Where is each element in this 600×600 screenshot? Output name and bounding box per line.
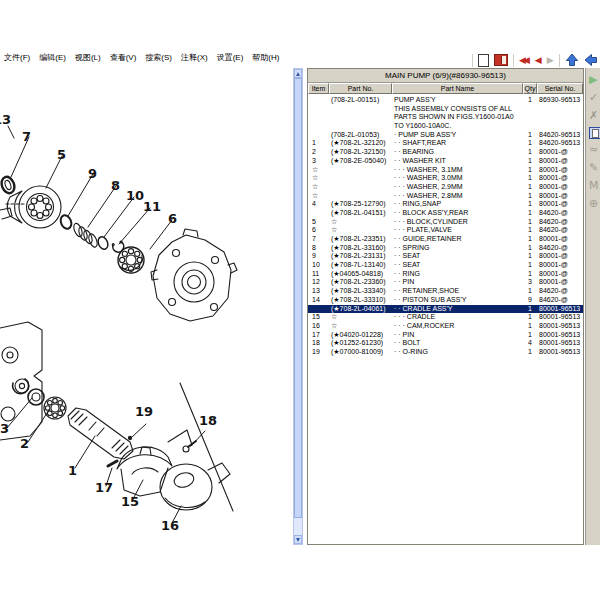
table-row[interactable]: (★708-2L-04151)· · BLOCK ASS'Y,REAR18462… [308,209,583,218]
cell-item [308,122,329,131]
part-callout-10[interactable]: 10 [126,188,144,203]
table-row[interactable]: 8(★708-2L-33160)· · SPRING184620-@ [308,244,583,253]
book-icon[interactable] [494,54,508,66]
table-row[interactable]: 16☆· · · CAM,ROCKER180001-96513 [308,322,583,331]
part-callout-17[interactable]: 17 [95,480,113,495]
col-header-item: Item [308,83,329,94]
part-callout-7[interactable]: 7 [22,129,31,144]
scrollbar-track[interactable] [294,78,302,535]
table-row[interactable]: 3(★708-2E-05040)· · WASHER KIT180001-@ [308,157,583,166]
table-row[interactable]: (708-2L-01053)· PUMP SUB ASS'Y184620-965… [308,131,583,140]
table-row[interactable]: 2(★708-2L-32150)· · BEARING180001-@ [308,148,583,157]
nav-forward-icon[interactable]: ▶ [547,55,554,65]
part-callout-11[interactable]: 11 [143,199,161,214]
cell-item: 19 [308,348,329,357]
table-row[interactable]: ☆· · · WASHER, 3.0MM180001-@ [308,174,583,183]
scrollbar-thumb[interactable] [294,78,302,518]
part-callout-19[interactable]: 19 [135,404,153,419]
part-callout-16[interactable]: 16 [161,518,179,533]
nav-first-icon[interactable]: ◀◀ [519,55,527,65]
part-callout-1[interactable]: 1 [68,463,77,478]
check-icon[interactable]: ✓ [589,91,600,105]
wave-icon[interactable]: ≈ [589,143,600,157]
cell-qty: 1 [523,252,537,261]
part-callout-9[interactable]: 9 [88,166,97,181]
table-row[interactable]: 12(★708-2L-23360)· · PIN380001-@ [308,278,583,287]
detail-view-icon[interactable] [589,127,600,139]
col-header-part-name: Part Name [392,83,523,94]
binoculars-icon[interactable]: M [589,179,600,193]
arrow-left-icon[interactable] [584,53,598,67]
table-row[interactable]: ☆· · · WASHER, 2.9MM180001-@ [308,183,583,192]
table-row[interactable]: 18(★01252-61230)· · BOLT480001-96513 [308,339,583,348]
table-row[interactable]: ☆· · · WASHER, 3.1MM180001-@ [308,166,583,175]
cell-item: 16 [308,322,329,331]
table-row[interactable]: PARTS SHOWN IN FIGS.Y1600-01A0 [308,113,583,122]
cell-item: 8 [308,244,329,253]
part-callout-5[interactable]: 5 [57,147,66,162]
arrow-up-icon[interactable] [565,53,579,67]
cell-item: 7 [308,235,329,244]
table-row[interactable]: 1(★708-2L-32120)· · SHAFT,REAR184620-965… [308,139,583,148]
cell-part [329,174,392,183]
part-callout-6[interactable]: 6 [168,211,177,226]
table-row[interactable]: 9(★708-2L-23131)· · SEAT180001-@ [308,252,583,261]
table-row[interactable]: 15☆· · · CRADLE180001-96513 [308,313,583,322]
cell-qty: 1 [523,331,537,340]
cell-serial: 80001-@ [537,183,583,192]
cell-serial: 84620-@ [537,226,583,235]
table-row[interactable]: 10(★708-7L-13140)· · SEAT180001-@ [308,261,583,270]
part-callout-15[interactable]: 15 [121,494,139,509]
table-row-selected[interactable]: (★708-2L-04061)· · CRADLE ASS'Y180001-96… [308,305,583,314]
cell-item: 14 [308,296,329,305]
cell-name: · PUMP SUB ASS'Y [392,131,523,140]
cell-serial: 84620-@ [537,209,583,218]
cell-item: 11 [308,270,329,279]
cell-item: 10 [308,261,329,270]
cell-part: (708-2L-01053) [329,131,392,140]
part-callout-2[interactable]: 2 [20,436,29,451]
table-row[interactable]: (708-2L-00151)PUMP ASS'Y186930-96513 [308,96,583,105]
scroll-up-icon[interactable] [294,69,302,78]
cell-name: · · PIN [392,278,523,287]
cell-serial: 80001-@ [537,200,583,209]
cell-name: · · · WASHER, 3.0MM [392,174,523,183]
table-row[interactable]: ☆· · · WASHER, 2.8MM180001-@ [308,192,583,201]
part-callout-13[interactable]: 13 [0,112,11,127]
nav-back-icon[interactable]: ◀ [535,55,542,65]
table-row[interactable]: 19(★07000-81009)· · O-RING180001-96513 [308,348,583,357]
cell-serial: 84620-@ [537,287,583,296]
cell-serial: 84620-96513 [537,139,583,148]
part-callout-3[interactable]: 3 [0,421,9,436]
part-callout-18[interactable]: 18 [199,413,217,428]
cell-name: PUMP ASS'Y [392,96,523,105]
cell-qty: 1 [523,183,537,192]
page-icon[interactable] [478,54,489,67]
cell-qty: 1 [523,218,537,227]
table-row[interactable]: 5☆· · · BLOCK,CYLINDER184620-@ [308,218,583,227]
cell-part: (★708-2L-23131) [329,252,392,261]
table-row[interactable]: 11(★04065-04818)· · RING180001-@ [308,270,583,279]
zoom-icon[interactable]: ⊕ [589,197,600,211]
cell-item: 2 [308,148,329,157]
table-row[interactable]: TO Y1600-10A0C. [308,122,583,131]
diagram-scrollbar[interactable] [293,68,303,545]
cell-serial: 80001-96513 [537,331,583,340]
cell-part: (★708-2L-23360) [329,278,392,287]
table-row[interactable]: 17(★04020-01228)· · PIN180001-96513 [308,331,583,340]
close-icon[interactable]: ✗ [589,109,600,123]
play-icon[interactable]: ▶ [589,73,600,87]
table-row[interactable]: 4(★708-25-12790)· · RING,SNAP180001-@ [308,200,583,209]
part-callout-8[interactable]: 8 [111,178,120,193]
cell-part: ☆ [329,322,392,331]
table-row[interactable]: 7(★708-2L-23351)· · GUIDE,RETAINER180001… [308,235,583,244]
table-row[interactable]: 14(★708-2L-33310)· · PISTON SUB ASS'Y984… [308,296,583,305]
cell-item: 17 [308,331,329,340]
table-row[interactable]: 6☆· · · PLATE,VALVE184620-@ [308,226,583,235]
table-row[interactable]: 13(★708-2L-33340)· · RETAINER,SHOE184620… [308,287,583,296]
scroll-down-icon[interactable] [294,535,302,544]
cell-name: · · SHAFT,REAR [392,139,523,148]
edit-icon[interactable]: ✎ [589,161,600,175]
table-row[interactable]: THIS ASSEMBLY CONSISTS OF ALL [308,105,583,114]
cell-name: · · WASHER KIT [392,157,523,166]
